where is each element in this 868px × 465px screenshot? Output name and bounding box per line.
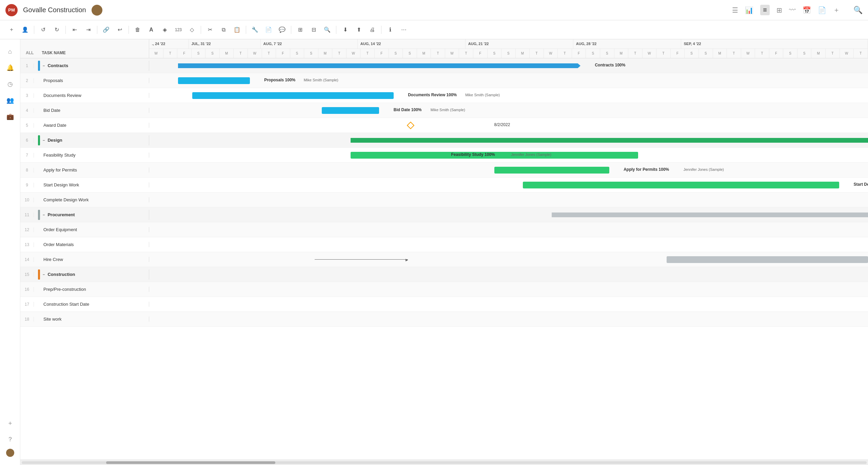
outdent-btn[interactable]: ⇤ [68, 24, 81, 36]
num-btn[interactable]: 123 [172, 24, 184, 36]
row-task-6[interactable]: −Design [34, 135, 149, 145]
gantt-row-16[interactable]: 16Prep/Pre-constructionPrep/Pre-construc… [20, 282, 868, 297]
row-task-14[interactable]: Hire Crew [34, 257, 149, 262]
expand-btn-1[interactable]: − [43, 64, 45, 68]
gantt-bar-6[interactable] [351, 138, 868, 143]
expand-btn-6[interactable]: − [43, 138, 45, 142]
note-btn[interactable]: 📄 [262, 24, 275, 36]
gantt-bar-8[interactable] [494, 167, 609, 174]
print-btn[interactable]: 🖨 [366, 24, 378, 36]
nav-add[interactable]: ＋ [3, 416, 17, 430]
row-num-15: 15 [20, 272, 34, 277]
fill-btn[interactable]: ◈ [159, 24, 171, 36]
gantt-row-4[interactable]: 4Bid DateBid Date 100%Mike Smith (Sample… [20, 103, 868, 118]
redo-btn[interactable]: ↻ [51, 24, 63, 36]
split-btn[interactable]: ⊞ [294, 24, 306, 36]
gantt-view-icon[interactable]: ≡ [760, 5, 770, 15]
row-task-11[interactable]: −Procurement [34, 210, 149, 220]
row-task-18[interactable]: Site work [34, 317, 149, 322]
gantt-row-1[interactable]: 1−ContractsContracts 100% [20, 58, 868, 73]
doc-view-icon[interactable]: 📄 [818, 6, 826, 14]
expand-btn-15[interactable]: − [43, 272, 45, 277]
add-view-icon[interactable]: ＋ [833, 5, 840, 15]
gantt-row-14[interactable]: 14Hire CrewHire Crew 25%Sam Watson (Samp… [20, 252, 868, 267]
shape-btn[interactable]: ◇ [186, 24, 198, 36]
scrollbar-thumb[interactable] [106, 461, 275, 464]
gantt-bar-4[interactable] [322, 107, 379, 114]
row-task-16[interactable]: Prep/Pre-construction [34, 287, 149, 292]
copy-btn[interactable]: ⧉ [217, 24, 230, 36]
delete-btn[interactable]: 🗑 [132, 24, 144, 36]
gantt-row-12[interactable]: 12Order EquipmentOrder Equipment 0%Sam W… [20, 222, 868, 237]
row-task-5[interactable]: Award Date [34, 123, 149, 128]
import-btn[interactable]: ⬆ [353, 24, 365, 36]
chart-view-icon[interactable]: 📊 [745, 6, 753, 14]
gantt-row-2[interactable]: 2ProposalsProposals 100%Mike Smith (Samp… [20, 73, 868, 88]
user-avatar-nav[interactable] [6, 449, 14, 457]
gantt-row-8[interactable]: 8Apply for PermitsApply for Permits 100%… [20, 163, 868, 178]
undo-btn[interactable]: ↺ [37, 24, 49, 36]
add-user-btn[interactable]: 👤 [19, 24, 31, 36]
gantt-row-11[interactable]: 11−ProcurementProcurement 19% [20, 207, 868, 222]
gantt-row-9[interactable]: 9Start Design WorkStart Design Work 75%J… [20, 178, 868, 193]
info-btn[interactable]: ℹ [384, 24, 396, 36]
gantt-bar-2[interactable] [178, 77, 250, 84]
gantt-bar-3[interactable] [192, 92, 394, 99]
list-view-icon[interactable]: ☰ [732, 6, 738, 14]
font-btn[interactable]: A [145, 24, 157, 36]
export-btn[interactable]: ⬇ [339, 24, 351, 36]
row-task-17[interactable]: Construction Start Date [34, 302, 149, 307]
indent-btn[interactable]: ⇥ [82, 24, 94, 36]
expand-btn-11[interactable]: − [43, 213, 45, 217]
gantt-bar-14[interactable] [667, 256, 868, 263]
gantt-bar-1[interactable] [178, 63, 580, 68]
scrollbar-track[interactable] [22, 461, 867, 464]
row-task-10[interactable]: Complete Design Work [34, 197, 149, 202]
nav-help[interactable]: ？ [3, 432, 17, 446]
gantt-row-10[interactable]: 10Complete Design Work8/22/2022 [20, 193, 868, 207]
gantt-row-7[interactable]: 7Feasibility StudyFeasibility Study 100%… [20, 148, 868, 163]
paste-btn[interactable]: 📋 [231, 24, 243, 36]
gantt-bar-9[interactable] [523, 182, 839, 188]
row-task-3[interactable]: Documents Review [34, 93, 149, 98]
nav-briefcase[interactable]: 💼 [3, 110, 17, 123]
add-btn[interactable]: ＋ [5, 24, 18, 36]
all-label[interactable]: ALL [26, 50, 34, 55]
row-task-15[interactable]: −Construction [34, 269, 149, 280]
gantt-row-17[interactable]: 17Construction Start DateConstruction St… [20, 297, 868, 312]
search-icon[interactable]: 🔍 [853, 6, 863, 15]
gantt-row-18[interactable]: 18Site work [20, 312, 868, 327]
row-task-13[interactable]: Order Materials [34, 242, 149, 247]
zoom-btn[interactable]: 🔍 [321, 24, 333, 36]
nav-home[interactable]: ⌂ [3, 45, 17, 58]
user-avatar-header[interactable] [92, 5, 102, 16]
row-task-7[interactable]: Feasibility Study [34, 153, 149, 158]
table-view-icon[interactable]: ⊞ [776, 6, 782, 14]
table-btn[interactable]: ⊟ [308, 24, 320, 36]
gantt-scrollbar[interactable] [20, 460, 868, 465]
wrench-btn[interactable]: 🔧 [249, 24, 261, 36]
row-task-8[interactable]: Apply for Permits [34, 167, 149, 173]
nav-users[interactable]: 👥 [3, 94, 17, 107]
row-task-4[interactable]: Bid Date [34, 108, 149, 113]
gantt-row-13[interactable]: 13Order MaterialsOrder Materials 0%Sam W… [20, 237, 868, 252]
row-task-1[interactable]: −Contracts [34, 61, 149, 71]
gantt-bar-11[interactable] [552, 213, 868, 217]
comment-btn[interactable]: 💬 [276, 24, 288, 36]
unlink-btn[interactable]: ↩ [114, 24, 126, 36]
link-btn[interactable]: 🔗 [100, 24, 112, 36]
gantt-row-3[interactable]: 3Documents ReviewDocuments Review 100%Mi… [20, 88, 868, 103]
row-task-9[interactable]: Start Design Work [34, 182, 149, 187]
more-btn[interactable]: ⋯ [398, 24, 410, 36]
row-task-12[interactable]: Order Equipment [34, 227, 149, 232]
calendar-view-icon[interactable]: 📅 [803, 6, 811, 14]
row-task-2[interactable]: Proposals [34, 78, 149, 83]
nav-history[interactable]: ◷ [3, 77, 17, 91]
gantt-row-6[interactable]: 6−DesignDesign 80% [20, 133, 868, 148]
gantt-row-15[interactable]: 15−Construction [20, 267, 868, 282]
activity-view-icon[interactable]: 〰 [789, 6, 796, 14]
cut-btn[interactable]: ✂ [204, 24, 216, 36]
nav-notifications[interactable]: 🔔 [3, 61, 17, 75]
pm-logo[interactable]: PM [5, 4, 18, 16]
gantt-row-5[interactable]: 5Award Date8/2/2022 [20, 118, 868, 133]
